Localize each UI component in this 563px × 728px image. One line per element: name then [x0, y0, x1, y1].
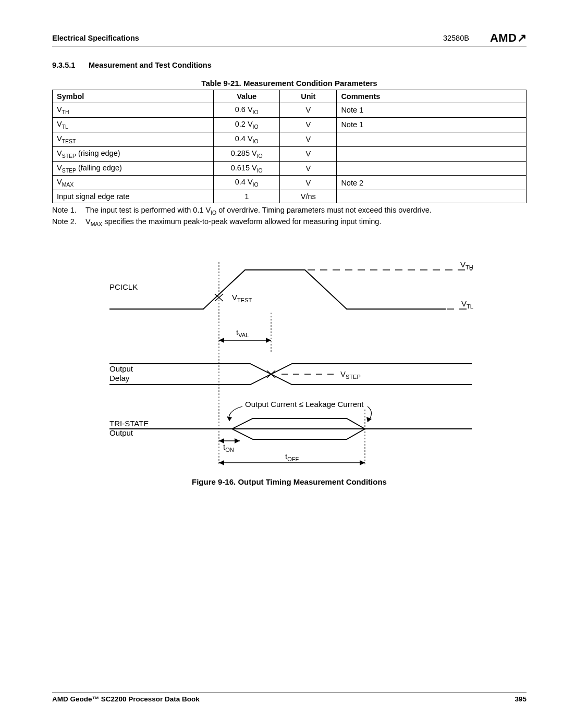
svg-text:tVAL: tVAL	[236, 328, 249, 338]
table-row: VTEST0.4 VIOV	[53, 132, 527, 146]
figure-title: Figure 9-16. Output Timing Measurement C…	[52, 477, 527, 486]
lbl-outdelay1: Output	[109, 364, 133, 373]
svg-marker-27	[360, 460, 365, 465]
table-row: VMAX0.4 VIOVNote 2	[53, 176, 527, 190]
svg-marker-23	[235, 438, 240, 443]
svg-text:VTH: VTH	[460, 260, 473, 270]
page-footer: AMD Geode™ SC2200 Processor Data Book 39…	[52, 693, 527, 703]
table-row: Input signal edge rate1V/ns	[53, 190, 527, 203]
note2-text: VMAX specifies the maximum peak-to-peak …	[85, 217, 381, 228]
svg-marker-12	[266, 338, 271, 343]
amd-logo: AMD↗	[490, 31, 527, 45]
lbl-leakage: Output Current ≤ Leakage Current	[245, 400, 364, 409]
note1-label: Note 1.	[52, 205, 85, 217]
page-header: Electrical Specifications 32580B AMD↗	[52, 30, 527, 46]
table-row: VTL0.2 VIOVNote 1	[53, 117, 527, 132]
svg-marker-11	[219, 338, 224, 343]
svg-text:tOFF: tOFF	[285, 452, 299, 462]
timing-figure: PCICLK VTH VTL VTEST tVAL Output Delay V…	[52, 260, 527, 473]
svg-marker-19	[366, 417, 372, 422]
section-heading: 9.3.5.1Measurement and Test Conditions	[52, 61, 527, 69]
svg-marker-18	[227, 416, 232, 421]
lbl-outdelay2: Delay	[109, 374, 130, 382]
table-title: Table 9-21. Measurement Condition Parame…	[52, 79, 527, 88]
svg-text:VTEST: VTEST	[232, 293, 252, 303]
parameters-table: Symbol Value Unit Comments VTH0.6 VIOVNo…	[52, 90, 527, 203]
th-comments: Comments	[337, 90, 527, 103]
lbl-tristate2: Output	[109, 428, 133, 437]
table-notes: Note 1. The input test is performed with…	[52, 205, 527, 228]
lbl-pciclk: PCICLK	[109, 282, 138, 291]
th-unit: Unit	[280, 90, 337, 103]
svg-text:VTL: VTL	[461, 299, 473, 310]
th-symbol: Symbol	[53, 90, 214, 103]
note1-text: The input test is performed with 0.1 VIO…	[85, 205, 432, 217]
table-row: VSTEP (rising edge)0.285 VIOV	[53, 146, 527, 161]
header-docnum: 32580B	[443, 34, 469, 42]
table-row: VTH0.6 VIOVNote 1	[53, 103, 527, 118]
header-section: Electrical Specifications	[52, 34, 443, 42]
svg-text:VSTEP: VSTEP	[340, 369, 361, 380]
svg-text:tON: tON	[223, 442, 234, 453]
svg-marker-26	[219, 460, 224, 465]
note2-label: Note 2.	[52, 217, 85, 228]
th-value: Value	[214, 90, 280, 103]
table-row: VSTEP (falling edge)0.615 VIOV	[53, 161, 527, 176]
footer-page: 395	[515, 695, 527, 703]
footer-left: AMD Geode™ SC2200 Processor Data Book	[52, 695, 515, 703]
lbl-tristate1: TRI-STATE	[109, 419, 149, 428]
